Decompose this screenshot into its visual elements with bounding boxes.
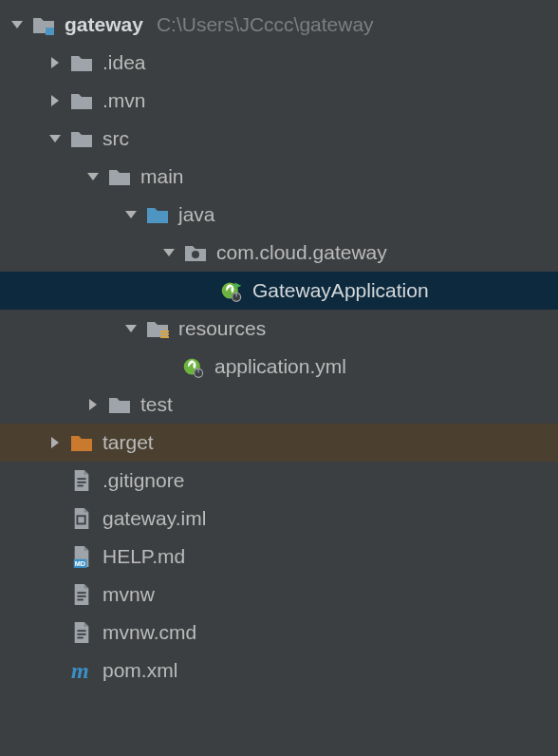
iml-file-icon (70, 507, 93, 530)
folder-icon (70, 51, 93, 74)
node-label: mvnw (102, 583, 155, 606)
chevron-down-icon[interactable] (8, 15, 27, 34)
tree-row-root[interactable]: gateway C:\Users\JCccc\gateway (0, 6, 558, 44)
project-tree[interactable]: gateway C:\Users\JCccc\gateway .idea .mv… (0, 0, 558, 690)
tree-row-test[interactable]: test (0, 386, 558, 424)
tree-row-package[interactable]: com.cloud.gateway (0, 234, 558, 272)
node-label: pom.xml (102, 659, 177, 682)
folder-icon (70, 127, 93, 150)
chevron-right-icon[interactable] (84, 395, 102, 414)
chevron-right-icon[interactable] (46, 91, 65, 110)
tree-row-mvnw[interactable]: mvnw (0, 576, 558, 614)
node-label: application.yml (214, 355, 346, 378)
tree-row-help-md[interactable]: HELP.md (0, 538, 558, 576)
maven-icon (70, 659, 93, 682)
tree-row-application-yml[interactable]: application.yml (0, 348, 558, 386)
tree-row-src[interactable]: src (0, 120, 558, 158)
spring-boot-run-icon (220, 279, 243, 302)
tree-row-gitignore[interactable]: .gitignore (0, 462, 558, 500)
root-name: gateway (65, 13, 143, 36)
node-label: target (102, 431, 154, 454)
chevron-right-icon[interactable] (46, 53, 65, 72)
tree-row-target[interactable]: target (0, 424, 558, 462)
tree-row-java[interactable]: java (0, 196, 558, 234)
node-label: .gitignore (102, 469, 184, 492)
tree-row-pom[interactable]: pom.xml (0, 652, 558, 690)
node-label: com.cloud.gateway (216, 241, 387, 264)
chevron-down-icon[interactable] (159, 243, 178, 262)
chevron-down-icon[interactable] (46, 129, 65, 148)
excluded-folder-icon (70, 431, 93, 454)
node-label: gateway.iml (102, 507, 206, 530)
tree-row-idea[interactable]: .idea (0, 44, 558, 82)
spring-config-icon (182, 355, 205, 378)
node-label: HELP.md (102, 545, 185, 568)
tree-row-mvnw-cmd[interactable]: mvnw.cmd (0, 614, 558, 652)
node-label: GatewayApplication (252, 279, 429, 302)
package-icon (184, 241, 207, 264)
text-file-icon (70, 621, 93, 644)
text-file-icon (70, 583, 93, 606)
node-label: main (140, 165, 184, 188)
tree-row-resources[interactable]: resources (0, 310, 558, 348)
chevron-down-icon[interactable] (84, 167, 102, 186)
chevron-right-icon[interactable] (46, 433, 65, 452)
node-label: mvnw.cmd (102, 621, 196, 644)
markdown-file-icon (70, 545, 93, 568)
root-path: C:\Users\JCccc\gateway (157, 13, 374, 36)
tree-row-iml[interactable]: gateway.iml (0, 500, 558, 538)
folder-icon (108, 165, 131, 188)
tree-row-gateway-application[interactable]: GatewayApplication (0, 272, 558, 310)
chevron-down-icon[interactable] (121, 205, 140, 224)
tree-row-main[interactable]: main (0, 158, 558, 196)
module-folder-icon (32, 13, 55, 36)
resources-folder-icon (146, 317, 169, 340)
folder-icon (70, 89, 93, 112)
tree-row-mvn[interactable]: .mvn (0, 82, 558, 120)
node-label: .mvn (102, 89, 146, 112)
node-label: .idea (102, 51, 146, 74)
chevron-down-icon[interactable] (121, 319, 140, 338)
node-label: resources (178, 317, 266, 340)
folder-icon (108, 393, 131, 416)
node-label: java (178, 203, 215, 226)
node-label: src (102, 127, 129, 150)
text-file-icon (70, 469, 93, 492)
node-label: test (140, 393, 173, 416)
source-folder-icon (146, 203, 169, 226)
